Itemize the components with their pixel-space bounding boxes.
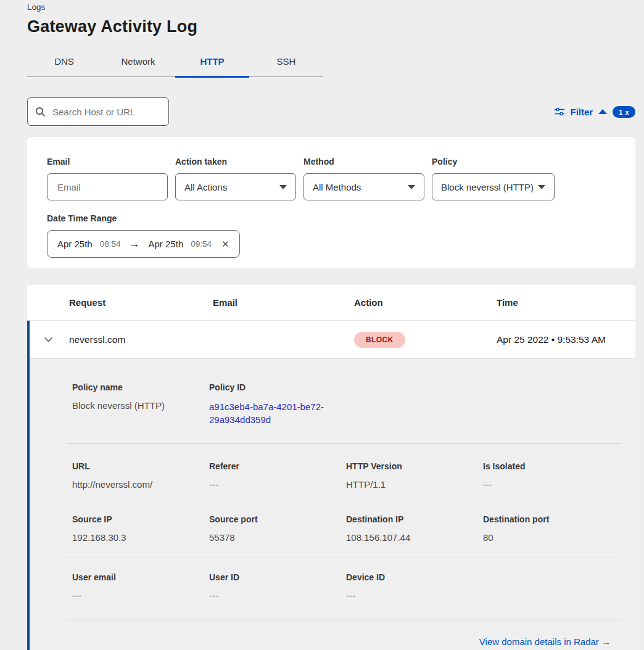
row-details-panel: Policy name Block neverssl (HTTP) Policy… <box>27 359 635 650</box>
destination-port-field: Destination port 80 <box>483 514 620 543</box>
source-ip-value: 192.168.30.3 <box>72 532 209 543</box>
source-ip-label: Source IP <box>72 514 209 524</box>
user-section: User email --- User ID --- Device ID --- <box>27 557 635 620</box>
policy-id-label: Policy ID <box>209 382 346 392</box>
destination-ip-label: Destination IP <box>346 514 483 524</box>
source-port-label: Source port <box>209 514 346 524</box>
search-box[interactable] <box>27 97 169 126</box>
http-version-label: HTTP Version <box>346 461 483 471</box>
email-filter-input-wrap[interactable] <box>47 173 168 200</box>
device-id-field: Device ID --- <box>346 572 483 601</box>
is-isolated-value: --- <box>483 479 620 490</box>
user-id-value: --- <box>209 590 346 601</box>
chevron-down-icon <box>279 185 287 189</box>
page-title: Gateway Activity Log <box>27 17 635 36</box>
date-range-label: Date Time Range <box>47 213 616 223</box>
search-icon <box>35 107 46 117</box>
referer-field: Referer --- <box>209 461 346 490</box>
method-value: All Methods <box>313 182 361 192</box>
date-range-start-time[interactable]: 08:54 <box>100 239 121 249</box>
url-label: URL <box>72 461 209 471</box>
chevron-down-icon <box>538 185 545 189</box>
column-header-email: Email <box>213 297 354 308</box>
column-header-request: Request <box>69 297 213 308</box>
email-filter-field: Email <box>47 157 168 200</box>
user-email-field: User email --- <box>72 572 209 601</box>
radar-link[interactable]: View domain details in Radar → <box>479 636 611 647</box>
date-range-picker[interactable]: Apr 25th 08:54 → Apr 25th 09:54 ✕ <box>47 230 240 258</box>
filter-label: Filter <box>571 107 593 117</box>
email-filter-input[interactable] <box>56 181 159 193</box>
http-version-value: HTTP/1.1 <box>346 479 483 490</box>
device-id-value: --- <box>346 590 483 601</box>
tab-network[interactable]: Network <box>101 50 175 76</box>
method-label: Method <box>303 157 424 167</box>
policy-select[interactable]: Block neverssl (HTTP) <box>432 173 555 200</box>
url-section: URL http://neverssl.com/ Referer --- HTT… <box>27 444 635 500</box>
filter-panel: Email Action taken All Actions Method Al… <box>27 137 635 268</box>
policy-id-link[interactable]: a91c3eb4-ba7a-4201-be72-29a934dd359d <box>209 400 329 427</box>
date-range-end-date[interactable]: Apr 25th <box>149 239 184 249</box>
column-header-time: Time <box>497 297 635 308</box>
network-section: Source IP 192.168.30.3 Source port 55378… <box>27 500 635 557</box>
user-email-value: --- <box>72 590 209 601</box>
chevron-down-icon[interactable] <box>44 337 53 342</box>
expanded-row-block: neverssl.com BLOCK Apr 25 2022 • 9:53:53… <box>27 321 635 650</box>
column-header-action: Action <box>354 297 497 308</box>
row-expand-cell[interactable] <box>27 337 69 342</box>
http-version-field: HTTP Version HTTP/1.1 <box>346 461 483 490</box>
filter-count-badge[interactable]: 1 x <box>613 106 635 118</box>
source-port-value: 55378 <box>209 532 346 543</box>
breadcrumb[interactable]: Logs <box>27 2 635 12</box>
tab-http[interactable]: HTTP <box>175 50 249 76</box>
source-ip-field: Source IP 192.168.30.3 <box>72 514 209 543</box>
gateway-activity-log-page: Logs Gateway Activity Log DNS Network HT… <box>0 0 644 650</box>
radar-link-row: View domain details in Radar → <box>27 620 635 648</box>
user-id-label: User ID <box>209 572 346 582</box>
date-range-end-time[interactable]: 09:54 <box>191 239 212 249</box>
filter-sliders-icon <box>554 107 565 117</box>
action-taken-field: Action taken All Actions <box>175 157 296 200</box>
action-taken-value: All Actions <box>184 182 227 192</box>
policy-field: Policy Block neverssl (HTTP) <box>432 157 555 200</box>
url-field: URL http://neverssl.com/ <box>72 461 209 490</box>
referer-label: Referer <box>209 461 346 471</box>
date-range-start-date[interactable]: Apr 25th <box>57 239 93 249</box>
action-taken-label: Action taken <box>175 157 296 167</box>
is-isolated-field: Is Isolated --- <box>483 461 620 490</box>
row-action-cell: BLOCK <box>354 332 497 348</box>
policy-name-label: Policy name <box>72 382 209 392</box>
row-request[interactable]: neverssl.com <box>69 334 213 345</box>
search-input[interactable] <box>51 106 161 118</box>
device-id-label: Device ID <box>346 572 483 582</box>
user-email-label: User email <box>72 572 209 582</box>
row-time: Apr 25 2022 • 9:53:53 AM <box>497 334 635 345</box>
arrow-right-icon: → <box>128 238 141 250</box>
table-header-row: Request Email Action Time <box>27 285 635 321</box>
url-value: http://neverssl.com/ <box>72 479 209 490</box>
filter-toggle[interactable]: Filter 1 x <box>554 106 635 118</box>
close-icon[interactable]: ✕ <box>219 239 229 250</box>
policy-label: Policy <box>432 157 555 167</box>
policy-name-value: Block neverssl (HTTP) <box>72 400 209 411</box>
log-table: Request Email Action Time neverssl.com <box>27 285 635 650</box>
destination-port-value: 80 <box>483 532 620 543</box>
method-field: Method All Methods <box>303 157 424 200</box>
destination-ip-value: 108.156.107.44 <box>346 532 483 543</box>
tab-dns[interactable]: DNS <box>27 50 101 76</box>
caret-up-icon <box>598 109 607 114</box>
destination-port-label: Destination port <box>483 514 620 524</box>
policy-value: Block neverssl (HTTP) <box>441 182 534 192</box>
tab-ssh[interactable]: SSH <box>249 50 323 76</box>
policy-id-field: Policy ID a91c3eb4-ba7a-4201-be72-29a934… <box>209 382 346 427</box>
selected-row-accent-bar <box>27 321 30 650</box>
action-taken-select[interactable]: All Actions <box>175 173 296 200</box>
email-filter-label: Email <box>47 157 168 167</box>
method-select[interactable]: All Methods <box>303 173 424 200</box>
referer-value: --- <box>209 479 346 490</box>
table-row[interactable]: neverssl.com BLOCK Apr 25 2022 • 9:53:53… <box>27 321 635 359</box>
source-port-field: Source port 55378 <box>209 514 346 543</box>
policy-section: Policy name Block neverssl (HTTP) Policy… <box>27 359 635 443</box>
policy-name-field: Policy name Block neverssl (HTTP) <box>72 382 209 427</box>
toolbar: Filter 1 x <box>27 97 635 126</box>
